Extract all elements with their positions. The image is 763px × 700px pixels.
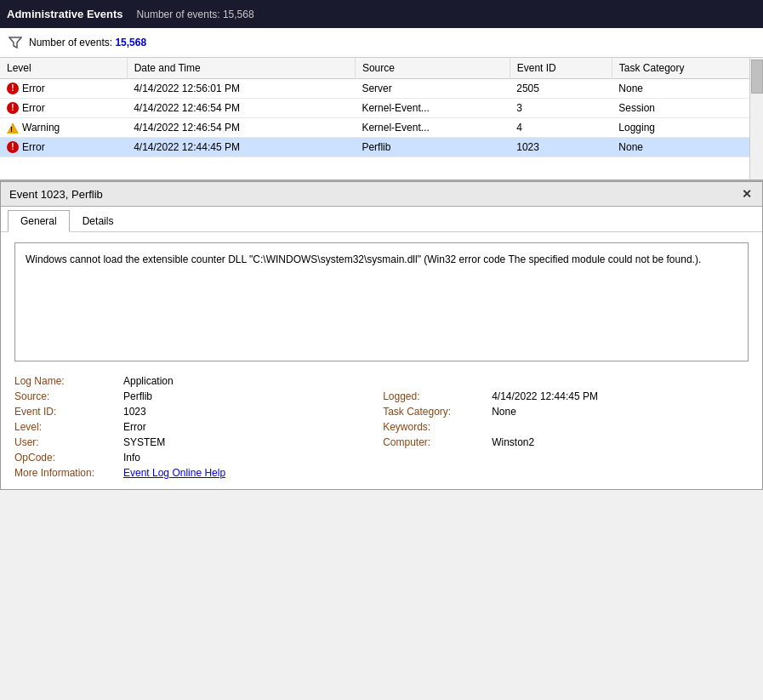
- svg-marker-0: [9, 37, 21, 48]
- level-text: Error: [22, 141, 45, 153]
- cell-source: Server: [355, 79, 510, 99]
- prop-opcode-value: Info: [123, 452, 376, 464]
- cell-taskCategory: None: [612, 79, 763, 99]
- scrollbar-track[interactable]: [749, 58, 763, 179]
- prop-level-value: Error: [123, 421, 376, 433]
- cell-datetime: 4/14/2022 12:46:54 PM: [127, 99, 355, 118]
- top-bar: Administrative Events Number of events: …: [0, 0, 763, 28]
- scrollbar-thumb[interactable]: [751, 60, 763, 94]
- prop-logname-value: Application: [123, 375, 376, 387]
- prop-keywords-value: [492, 421, 749, 433]
- filter-icon: [9, 36, 22, 49]
- col-eventid: Event ID: [510, 58, 612, 79]
- prop-moreinfo-label: More Information:: [14, 467, 117, 479]
- level-text: Error: [22, 102, 45, 114]
- error-icon: !: [7, 141, 19, 153]
- filter-count-value: 15,568: [115, 37, 146, 48]
- close-button[interactable]: ✕: [740, 187, 754, 201]
- prop-taskcategory-value: None: [492, 406, 749, 418]
- cell-datetime: 4/14/2022 12:46:54 PM: [127, 118, 355, 138]
- cell-taskCategory: None: [612, 138, 763, 157]
- table-row[interactable]: !Error4/14/2022 12:46:54 PMKernel-Event.…: [0, 99, 763, 118]
- table-row[interactable]: Warning4/14/2022 12:46:54 PMKernel-Event…: [0, 118, 763, 138]
- cell-source: Kernel-Event...: [355, 118, 510, 138]
- prop-logname-label: Log Name:: [14, 375, 117, 387]
- detail-content: Windows cannot load the extensible count…: [1, 232, 762, 489]
- event-message-box: Windows cannot load the extensible count…: [14, 242, 749, 361]
- tab-details[interactable]: Details: [70, 210, 127, 232]
- cell-eventId: 3: [510, 99, 612, 118]
- prop-logged-value: 4/14/2022 12:44:45 PM: [492, 390, 749, 402]
- top-bar-count: Number of events: 15,568: [137, 9, 254, 20]
- prop-level-label: Level:: [14, 421, 117, 433]
- cell-source: Kernel-Event...: [355, 99, 510, 118]
- col-datetime: Date and Time: [127, 58, 355, 79]
- table-row[interactable]: !Error4/14/2022 12:44:45 PMPerflib1023No…: [0, 138, 763, 157]
- level-text: Error: [22, 83, 45, 94]
- detail-panel: Event 1023, Perflib ✕ General Details Wi…: [0, 181, 763, 490]
- prop-opcode-label: OpCode:: [14, 452, 117, 464]
- detail-title: Event 1023, Perflib: [9, 188, 103, 201]
- col-level: Level: [0, 58, 127, 79]
- cell-datetime: 4/14/2022 12:56:01 PM: [127, 79, 355, 99]
- cell-eventId: 4: [510, 118, 612, 138]
- level-text: Warning: [22, 122, 60, 134]
- events-table: Level Date and Time Source Event ID Task…: [0, 58, 763, 157]
- cell-source: Perflib: [355, 138, 510, 157]
- col-taskcategory: Task Category: [612, 58, 763, 79]
- error-icon: !: [7, 83, 19, 94]
- prop-computer-value: Winston2: [492, 436, 749, 448]
- cell-eventId: 1023: [510, 138, 612, 157]
- prop-source-value: Perflib: [123, 390, 376, 402]
- error-icon: !: [7, 102, 19, 114]
- events-table-container: Level Date and Time Source Event ID Task…: [0, 58, 763, 181]
- tab-general[interactable]: General: [8, 210, 70, 232]
- cell-taskCategory: Logging: [612, 118, 763, 138]
- filter-bar: Number of events: 15,568: [0, 28, 763, 58]
- tabs-bar: General Details: [1, 207, 762, 232]
- cell-taskCategory: Session: [612, 99, 763, 118]
- filter-label: Number of events: 15,568: [29, 37, 146, 48]
- prop-user-value: SYSTEM: [123, 436, 376, 448]
- table-header-row: Level Date and Time Source Event ID Task…: [0, 58, 763, 79]
- col-source: Source: [355, 58, 510, 79]
- event-log-help-link[interactable]: Event Log Online Help: [123, 467, 376, 479]
- prop-computer-label: Computer:: [383, 436, 485, 448]
- prop-taskcategory-label: Task Category:: [383, 406, 485, 418]
- prop-user-label: User:: [14, 436, 117, 448]
- prop-eventid-value: 1023: [123, 406, 376, 418]
- warning-icon: [7, 122, 19, 134]
- prop-eventid-label: Event ID:: [14, 406, 117, 418]
- cell-datetime: 4/14/2022 12:44:45 PM: [127, 138, 355, 157]
- prop-source-label: Source:: [14, 390, 117, 402]
- prop-logged-label: Logged:: [383, 390, 485, 402]
- properties-grid: Log Name: Application Source: Perflib Lo…: [14, 375, 749, 479]
- app-title: Administrative Events: [7, 8, 123, 20]
- detail-header: Event 1023, Perflib ✕: [1, 182, 762, 207]
- prop-keywords-label: Keywords:: [383, 421, 485, 433]
- cell-eventId: 2505: [510, 79, 612, 99]
- table-row[interactable]: !Error4/14/2022 12:56:01 PMServer2505Non…: [0, 79, 763, 99]
